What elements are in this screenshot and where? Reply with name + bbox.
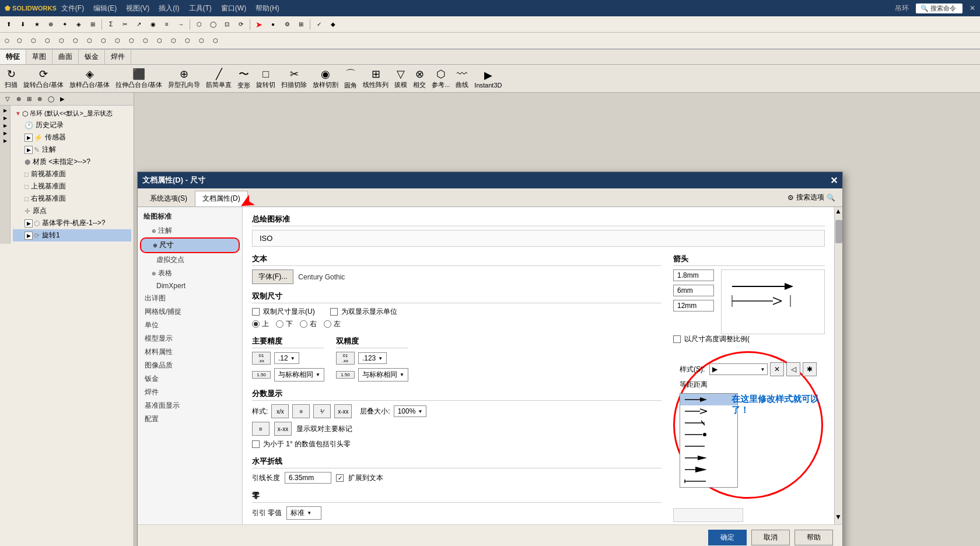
tree-item-right-plane[interactable]: □ 右视基准面 [13,192,131,205]
tool-12[interactable]: ⬡ [153,34,166,47]
feat-deform[interactable]: 〜变形 [237,67,250,90]
toolbar-btn-2[interactable]: ⬇ [16,18,29,31]
tool-scan[interactable]: ⬡ [2,34,12,47]
cancel-button[interactable]: 取消 [751,530,790,545]
menu-file[interactable]: 文件(F) [61,4,84,13]
feat-loft[interactable]: ◈放样凸台/基体 [69,68,110,89]
radio-right-btn[interactable] [300,320,307,328]
toolbar-btn-19[interactable]: ● [267,18,279,31]
nav-item-sheetmetal[interactable]: 钣金 [140,372,240,386]
sidebar-icon-arrow[interactable]: ▶ [58,94,67,103]
toolbar-btn-4[interactable]: ⊕ [44,18,57,31]
primary-prec-dropdown[interactable]: .12 ▼ [274,352,299,364]
menu-edit[interactable]: 编辑(E) [93,4,117,13]
tool-6[interactable]: ⬡ [69,34,82,47]
radio-left-btn[interactable] [324,320,331,328]
tool-5[interactable]: ⬡ [55,34,68,47]
nav-item-image-quality[interactable]: 图像品质 [140,359,240,372]
sidebar-icon-2[interactable]: ⊕ [14,94,23,103]
arrow-style-filled[interactable] [680,394,737,405]
tree-expand-revolve[interactable]: ▶ [24,232,33,240]
feat-instant3d[interactable]: ▶Instant3D [474,69,502,89]
help-button[interactable]: 帮助 [794,530,833,545]
radio-left[interactable]: 左 [324,319,341,329]
tree-item-front-plane[interactable]: □ 前视基准面 [13,168,131,180]
tab-surface[interactable]: 曲面 [52,50,79,64]
tab-sketch[interactable]: 草图 [26,50,52,64]
feat-ref[interactable]: ⬡参考... [432,68,450,89]
arrow-style-open[interactable] [680,405,737,417]
toolbar-btn-12[interactable]: ≡ [160,18,173,31]
tree-item-base[interactable]: ▶ ⬡ 基体零件-机座-1-->? [13,217,131,229]
font-button[interactable]: 字体(F)... [252,270,293,284]
tab-document-properties[interactable]: 文档属性(D) [195,191,248,206]
style-btn-2[interactable]: ◁ [786,362,800,376]
feat-scan-cut[interactable]: ✂扫描切除 [281,68,307,89]
tool-16[interactable]: ⬡ [209,34,222,47]
tree-item-revolve[interactable]: ▶ ⟳ 旋转1 [13,229,131,242]
arrow-style-slash[interactable] [680,417,737,429]
menu-window[interactable]: 窗口(W) [221,4,246,13]
tree-item-material[interactable]: ⬢ 材质 <未指定>-->? [13,156,131,168]
toolbar-btn-3[interactable]: ★ [30,18,43,31]
nav-item-detail[interactable]: 出详图 [140,292,240,305]
toolbar-btn-6[interactable]: ◈ [72,18,85,31]
sidebar-left-icon-4[interactable]: ▶ [4,131,7,136]
dialog-scrollbar[interactable]: ▲ ▼ [834,207,842,524]
nav-item-dimxpert[interactable]: DimXpert [140,280,240,292]
feat-hole[interactable]: ⊕异型孔向导 [168,68,200,89]
menu-insert[interactable]: 插入(I) [159,4,179,13]
sidebar-icon-3[interactable]: ⊞ [24,94,34,103]
nav-item-weldment[interactable]: 焊件 [140,386,240,399]
toolbar-btn-15[interactable]: ◯ [206,18,219,31]
style-btn-3[interactable]: ✱ [803,362,817,376]
scrollbar-thumb[interactable] [835,220,842,243]
tool-11[interactable]: ⬡ [139,34,152,47]
feat-loft-cut[interactable]: ◉放样切割 [313,68,338,89]
nav-item-dimension[interactable]: ⊕尺寸 [140,237,240,253]
sidebar-icon-5[interactable]: ◯ [46,94,57,103]
arrow-style-filled2[interactable] [680,452,737,464]
toolbar-btn-21[interactable]: ⊞ [295,18,307,31]
tool-15[interactable]: ⬡ [195,34,208,47]
nav-item-table[interactable]: ⊕表格 [140,267,240,280]
nav-item-unit[interactable]: 单位 [140,318,240,332]
dual-unit-checkbox[interactable] [330,308,338,316]
leader-length-input[interactable] [285,472,331,484]
arrow-style-dash[interactable] [680,475,737,487]
toolbar-btn-16[interactable]: ⊡ [220,18,233,31]
sidebar-left-icon-5[interactable]: ▶ [4,138,7,144]
radio-right[interactable]: 右 [300,319,317,329]
tree-item-history[interactable]: 🕐 历史记录 [13,119,131,131]
nav-item-plane-display[interactable]: 基准面显示 [140,399,240,412]
radio-bottom[interactable]: 下 [276,319,293,329]
nav-item-configuration[interactable]: 配置 [140,412,240,426]
tool-3[interactable]: ⬡ [27,34,40,47]
nav-item-virtual-intersect[interactable]: 虚拟交点 [140,253,240,267]
feat-face[interactable]: □旋转切 [256,68,275,89]
nav-item-annotation[interactable]: ⊕注解 [140,224,240,237]
scroll-down-btn[interactable]: ▼ [835,513,842,524]
feat-scan[interactable]: ↻扫描 [5,68,18,89]
feat-revolve[interactable]: ⟳旋转凸台/基体 [23,68,64,89]
toolbar-btn-5[interactable]: ✦ [58,18,71,31]
tree-expand-base[interactable]: ▶ [24,219,33,228]
arrow-style-large[interactable] [680,464,737,475]
nav-item-grid[interactable]: 网格线/捕捉 [140,305,240,318]
ok-button[interactable]: 确定 [708,530,747,545]
scroll-up-btn[interactable]: ▲ [835,207,842,219]
zero-value-dropdown[interactable]: 标准 ▼ [286,506,321,520]
nav-item-material-props[interactable]: 材料属性 [140,345,240,359]
style-dropdown[interactable]: ▶ ▼ [709,363,768,375]
tab-weldment[interactable]: 焊件 [105,50,131,64]
toolbar-btn-17[interactable]: ⟳ [235,18,247,31]
dialog-close-button[interactable]: ✕ [830,175,838,186]
feat-rib[interactable]: ╱筋简单直 [206,68,232,89]
tool-13[interactable]: ⬡ [167,34,180,47]
feat-intersect[interactable]: ⊗相交 [413,68,426,89]
radio-bottom-btn[interactable] [276,320,284,328]
tree-root[interactable]: ▼ ⬡ 吊环 (默认<<默认>_显示状态 [13,108,131,119]
tool-2[interactable]: ⬡ [13,34,26,47]
sidebar-left-icon-1[interactable]: ▶ [4,108,7,113]
dual-same-dropdown[interactable]: 与标称相同 ▼ [358,368,408,382]
